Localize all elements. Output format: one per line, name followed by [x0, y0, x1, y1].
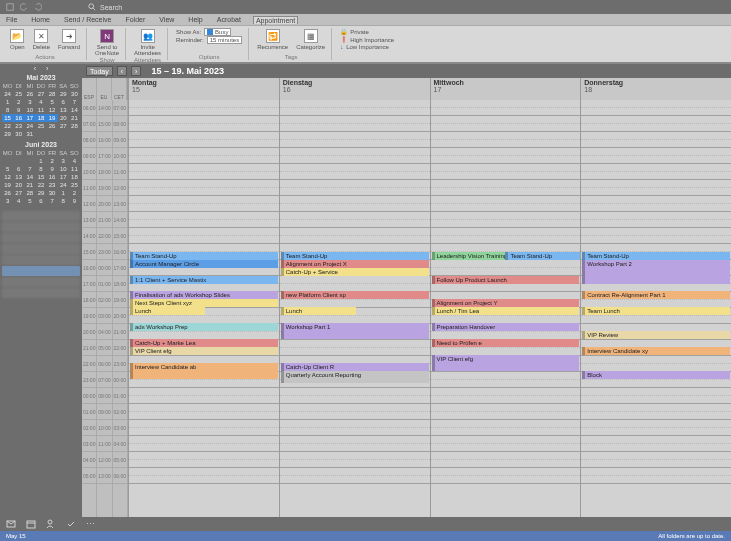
- mc-day[interactable]: 21: [69, 114, 80, 122]
- mc-day[interactable]: 1: [58, 189, 69, 197]
- calendar-event[interactable]: Workshop Part 1: [281, 323, 429, 339]
- mc-day[interactable]: 29: [58, 90, 69, 98]
- mc-day[interactable]: 4: [69, 157, 80, 165]
- mc-day[interactable]: 16: [47, 173, 58, 181]
- mc-day[interactable]: [2, 157, 13, 165]
- mc-day[interactable]: 7: [24, 165, 35, 173]
- calendar-icon[interactable]: [26, 519, 36, 529]
- mc-day[interactable]: 6: [35, 197, 46, 205]
- mc-day[interactable]: 28: [69, 122, 80, 130]
- calendar-event[interactable]: Team Stand-Up: [582, 252, 730, 260]
- mc-day[interactable]: 25: [13, 90, 24, 98]
- calendar-folder[interactable]: [2, 255, 80, 265]
- mc-day[interactable]: 21: [24, 181, 35, 189]
- tab-send-receive[interactable]: Send / Receive: [62, 16, 113, 23]
- prev-week-button[interactable]: ‹: [117, 66, 127, 76]
- mc-day[interactable]: 27: [13, 189, 24, 197]
- mc-day[interactable]: 27: [35, 90, 46, 98]
- calendar-event[interactable]: Follow Up Product Launch: [432, 276, 580, 284]
- mc-day[interactable]: 12: [47, 106, 58, 114]
- reminder-select[interactable]: 15 minutes: [207, 36, 242, 44]
- mc-day[interactable]: 23: [13, 122, 24, 130]
- mc-day[interactable]: 18: [69, 173, 80, 181]
- tab-home[interactable]: Home: [29, 16, 52, 23]
- mc-day[interactable]: 10: [58, 165, 69, 173]
- tab-folder[interactable]: Folder: [123, 16, 147, 23]
- today-button[interactable]: Today: [86, 66, 113, 76]
- calendar-event[interactable]: Next Steps Client xyz: [130, 299, 278, 307]
- open-button[interactable]: 📂Open: [8, 28, 27, 51]
- day-col-wed[interactable]: Leadership Vision TrainingTeam Stand-UpF…: [430, 100, 581, 517]
- mc-day[interactable]: 18: [35, 114, 46, 122]
- mc-day[interactable]: [47, 130, 58, 138]
- calendar-event[interactable]: Quarterly Account Reporting: [281, 371, 429, 383]
- calendar-event[interactable]: Account Manager Circle: [130, 260, 278, 268]
- tab-file[interactable]: File: [4, 16, 19, 23]
- search-box[interactable]: Search: [88, 3, 122, 11]
- mc-day[interactable]: 13: [13, 173, 24, 181]
- mc-day[interactable]: 14: [69, 106, 80, 114]
- mc-day[interactable]: 9: [13, 106, 24, 114]
- tab-acrobat[interactable]: Acrobat: [215, 16, 243, 23]
- mc-day[interactable]: 25: [35, 122, 46, 130]
- calendar-event[interactable]: 1:1 Client + Service Mastix: [130, 276, 278, 284]
- calendar-event[interactable]: Preparation Handover: [432, 323, 580, 331]
- mc-day[interactable]: 27: [58, 122, 69, 130]
- calendar-folder[interactable]: [2, 288, 80, 298]
- calendar-event[interactable]: Need to Prüfen e: [432, 339, 580, 347]
- mc-day[interactable]: 5: [2, 165, 13, 173]
- day-header-tue[interactable]: Dienstag 16: [279, 78, 430, 100]
- mail-icon[interactable]: [6, 519, 16, 529]
- mc-day[interactable]: 9: [69, 197, 80, 205]
- delete-button[interactable]: ✕Delete: [31, 28, 52, 51]
- day-header-thu[interactable]: Donnerstag 18: [580, 78, 731, 100]
- tab-help[interactable]: Help: [186, 16, 204, 23]
- mc-day[interactable]: 30: [47, 189, 58, 197]
- mc-day[interactable]: 6: [58, 98, 69, 106]
- mc-day[interactable]: 1: [35, 157, 46, 165]
- invite-attendees-button[interactable]: 👥Invite Attendees: [132, 28, 163, 57]
- mc-day[interactable]: 6: [13, 165, 24, 173]
- mc-day[interactable]: 2: [47, 157, 58, 165]
- low-importance-toggle[interactable]: ↓Low Importance: [338, 44, 396, 50]
- mc-day[interactable]: 9: [47, 165, 58, 173]
- calendar-event[interactable]: Workshop Part 2: [582, 260, 730, 284]
- mc-day[interactable]: 24: [2, 90, 13, 98]
- categorize-button[interactable]: ▦Categorize: [294, 28, 327, 51]
- mc-day[interactable]: 15: [35, 173, 46, 181]
- mc-day[interactable]: 26: [24, 90, 35, 98]
- mc-day[interactable]: 8: [58, 197, 69, 205]
- calendar-event[interactable]: VIP Client efg: [130, 347, 278, 355]
- calendar-event[interactable]: Lunch: [281, 307, 356, 315]
- mc-day[interactable]: 30: [13, 130, 24, 138]
- calendar-folder[interactable]: [2, 277, 80, 287]
- mini-calendar-june[interactable]: Juni 2023 MODIMIDOFRSASO1234567891011121…: [0, 139, 82, 206]
- mc-day[interactable]: 15: [2, 114, 13, 122]
- tab-appointment[interactable]: Appointment: [253, 16, 298, 24]
- calendar-event[interactable]: Team Stand-Up: [505, 252, 580, 260]
- more-icon[interactable]: ⋯: [86, 519, 96, 529]
- mc-day[interactable]: 11: [35, 106, 46, 114]
- calendar-event[interactable]: Leadership Vision Training: [432, 252, 507, 260]
- day-col-mon[interactable]: Team Stand-UpAccount Manager Circle1:1 C…: [128, 100, 279, 517]
- mc-day[interactable]: [69, 130, 80, 138]
- mc-day[interactable]: 24: [58, 181, 69, 189]
- mc-day[interactable]: 5: [24, 197, 35, 205]
- mc-day[interactable]: [35, 130, 46, 138]
- calendar-event[interactable]: Interview Candidate xy: [582, 347, 730, 355]
- mc-day[interactable]: 1: [2, 98, 13, 106]
- day-col-tue[interactable]: Team Stand-UpAlignment on Project XCatch…: [279, 100, 430, 517]
- mc-day[interactable]: 2: [13, 98, 24, 106]
- calendar-event[interactable]: Interview Candidate ab: [130, 363, 278, 379]
- mc-day[interactable]: 20: [58, 114, 69, 122]
- tasks-icon[interactable]: [66, 519, 76, 529]
- mc-day[interactable]: 7: [69, 98, 80, 106]
- calendar-event[interactable]: Team Stand-Up: [281, 252, 429, 260]
- next-week-button[interactable]: ›: [131, 66, 141, 76]
- mc-day[interactable]: 19: [47, 114, 58, 122]
- mc-day[interactable]: 28: [24, 189, 35, 197]
- mc-day[interactable]: 4: [35, 98, 46, 106]
- mc-day[interactable]: 16: [13, 114, 24, 122]
- mc-day[interactable]: 10: [24, 106, 35, 114]
- mc-day[interactable]: 20: [13, 181, 24, 189]
